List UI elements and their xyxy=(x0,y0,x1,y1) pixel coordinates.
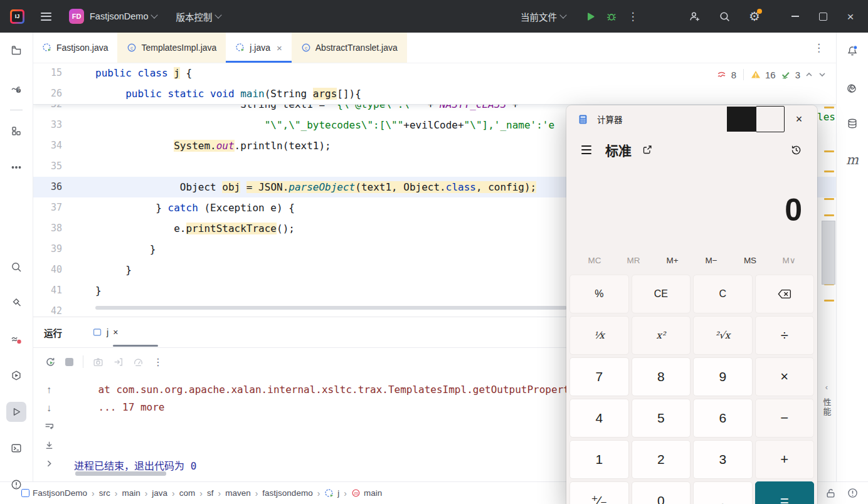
profiler-icon[interactable] xyxy=(133,357,144,367)
window-close-button[interactable]: × xyxy=(837,6,864,27)
editor-horizontal-scrollbar[interactable] xyxy=(95,306,567,310)
calc-key-4[interactable]: 4 xyxy=(569,399,629,438)
window-maximize-button[interactable] xyxy=(809,6,837,27)
window-minimize-button[interactable] xyxy=(781,6,809,27)
soft-wrap-icon[interactable] xyxy=(44,421,55,432)
keep-on-top-icon[interactable] xyxy=(642,144,653,155)
calc-key-⁺⁄₋[interactable]: ⁺⁄₋ xyxy=(569,481,629,504)
terminal-icon[interactable] xyxy=(6,438,26,458)
expand-chevron-icon[interactable] xyxy=(45,459,54,468)
calc-key-C[interactable]: C xyxy=(693,275,753,313)
more-icon[interactable]: ⋮ xyxy=(153,356,163,368)
calc-key-0[interactable]: 0 xyxy=(632,481,691,504)
calc-key-²√x[interactable]: ²√x xyxy=(693,316,753,355)
problems-icon[interactable] xyxy=(6,475,26,495)
calc-minimize-button[interactable] xyxy=(727,107,756,132)
calc-key-7[interactable]: 7 xyxy=(569,357,629,396)
build-hammer-icon[interactable] xyxy=(6,293,26,313)
calc-key-CE[interactable]: CE xyxy=(632,275,691,313)
calc-key-%[interactable]: % xyxy=(569,275,629,313)
database-icon[interactable] xyxy=(842,113,862,134)
breadcrumb-item[interactable]: FastjsonDemo xyxy=(21,488,87,498)
more-actions-icon[interactable]: ⋮ xyxy=(622,6,643,27)
calc-key-9[interactable]: 9 xyxy=(693,357,753,396)
project-folder-icon[interactable] xyxy=(6,40,26,60)
calc-key-.[interactable]: . xyxy=(693,481,753,504)
calc-key-=[interactable]: = xyxy=(755,481,815,504)
calculator-window[interactable]: 计算器 × 标准 0 MCMRM+M−MSM∨ %CEC¹⁄xx²²√x÷789… xyxy=(566,105,817,504)
scroll-to-end-icon[interactable] xyxy=(44,440,55,451)
rerun-icon[interactable] xyxy=(45,357,56,367)
prev-problem-chevron-icon[interactable] xyxy=(805,70,813,79)
breadcrumb-item[interactable]: src xyxy=(99,488,110,498)
memory-button-MS[interactable]: MS xyxy=(731,251,770,270)
breadcrumb-item[interactable]: com xyxy=(179,488,196,498)
vcs-widget[interactable]: 版本控制 xyxy=(176,10,221,23)
inspections-widget[interactable]: 8 16 3 xyxy=(711,67,832,82)
search-icon[interactable] xyxy=(6,257,26,277)
calculator-titlebar[interactable]: 计算器 × xyxy=(566,105,817,133)
calc-key-1[interactable]: 1 xyxy=(569,440,629,479)
next-problem-chevron-icon[interactable] xyxy=(818,70,827,79)
project-selector[interactable]: FastjsonDemo xyxy=(90,11,157,21)
calc-key-5[interactable]: 5 xyxy=(632,399,691,438)
search-icon[interactable] xyxy=(714,6,735,27)
debug-button[interactable] xyxy=(601,6,622,27)
history-icon[interactable] xyxy=(790,144,802,156)
unlock-icon[interactable] xyxy=(825,488,836,498)
breadcrumb-item[interactable]: mmain xyxy=(351,488,382,498)
more-icon[interactable] xyxy=(6,157,26,177)
collapse-chevron-icon[interactable]: ‹ xyxy=(825,382,828,392)
calc-key-¹⁄x[interactable]: ¹⁄x xyxy=(569,316,629,355)
editor-tab-AbstractTranslet.java[interactable]: cAbstractTranslet.java xyxy=(292,33,407,63)
breadcrumb-item[interactable]: java xyxy=(152,488,167,498)
main-menu-icon[interactable] xyxy=(41,13,51,21)
maven-icon[interactable]: m xyxy=(842,150,862,170)
editor-vertical-scrollbar[interactable] xyxy=(822,221,835,285)
settings-gear-icon[interactable]: ⚙ xyxy=(744,6,765,27)
services-icon[interactable] xyxy=(6,365,26,386)
breadcrumb-item[interactable]: fastjsondemo xyxy=(262,488,312,498)
calc-key-3[interactable]: 3 xyxy=(693,440,753,479)
notifications-bell-icon[interactable] xyxy=(842,41,862,61)
calc-maximize-button[interactable] xyxy=(756,107,785,132)
editor-tab-TemplatesImpl.java[interactable]: cTemplatesImpl.java xyxy=(117,33,226,63)
console-horizontal-scrollbar[interactable] xyxy=(75,471,166,476)
project-badge[interactable]: FD xyxy=(69,9,84,24)
calc-key-÷[interactable]: ÷ xyxy=(755,316,815,355)
memory-button-M+[interactable]: M+ xyxy=(653,251,692,270)
down-arrow-icon[interactable]: ↓ xyxy=(46,403,51,413)
ai-chat-help-icon[interactable]: ? xyxy=(6,79,26,99)
calc-key-×[interactable]: × xyxy=(755,357,815,396)
run-icon[interactable] xyxy=(6,402,26,422)
memory-button-M−[interactable]: M− xyxy=(692,251,731,270)
calc-key-+[interactable]: + xyxy=(755,440,815,479)
up-arrow-icon[interactable]: ↑ xyxy=(46,385,51,395)
calc-key-6[interactable]: 6 xyxy=(693,399,753,438)
calc-key-2[interactable]: 2 xyxy=(632,440,691,479)
calc-key-⌫[interactable] xyxy=(755,275,815,313)
stop-icon[interactable] xyxy=(65,358,73,366)
attach-icon[interactable] xyxy=(113,357,124,367)
close-icon[interactable]: × xyxy=(113,327,118,337)
calc-key-−[interactable]: − xyxy=(755,399,815,438)
breadcrumb-item[interactable]: j xyxy=(324,488,339,498)
structure-icon[interactable] xyxy=(6,121,26,141)
breadcrumb-item[interactable]: maven xyxy=(225,488,251,498)
ai-assistant-icon[interactable] xyxy=(842,78,862,98)
run-button[interactable] xyxy=(580,6,601,27)
calc-key-8[interactable]: 8 xyxy=(632,357,691,396)
breadcrumb-item[interactable]: main xyxy=(122,488,140,498)
calc-key-x²[interactable]: x² xyxy=(632,316,691,355)
tab-options-kebab-icon[interactable]: ⋮ xyxy=(801,41,837,55)
ai-notification-icon[interactable] xyxy=(6,329,26,349)
add-user-icon[interactable] xyxy=(684,6,705,27)
camera-icon[interactable] xyxy=(93,357,103,367)
editor-tab-j.java[interactable]: j.java× xyxy=(226,33,291,63)
run-configuration-selector[interactable]: 当前文件 xyxy=(521,10,566,23)
run-tab-j[interactable]: j × xyxy=(88,317,122,347)
editor-tab-Fastjson.java[interactable]: Fastjson.java xyxy=(33,33,117,63)
code-line-26[interactable]: 26 public static void main(String args[]… xyxy=(33,83,837,104)
breadcrumb-item[interactable]: sf xyxy=(207,488,214,498)
calc-menu-icon[interactable] xyxy=(581,145,591,154)
